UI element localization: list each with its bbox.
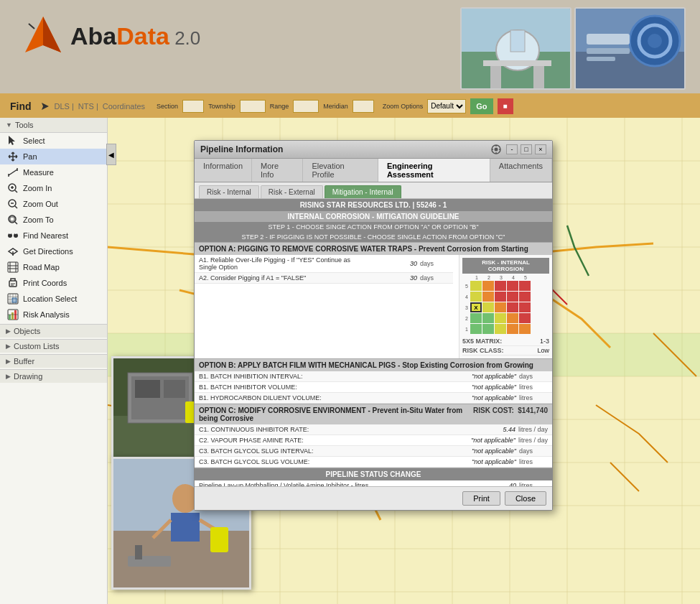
tool-road-map[interactable]: Road Map: [0, 259, 107, 275]
svg-rect-100: [210, 527, 228, 552]
option-a2-row: A2. Consider Pigging if A1 = "FALSE" 30 …: [195, 273, 453, 284]
option-b-title: OPTION B: APPLY BATCH FILM WITH MECHANIC…: [195, 358, 552, 371]
maximize-button[interactable]: □: [521, 144, 532, 154]
find-button[interactable]: Find: [6, 99, 36, 113]
tool-zoom-out[interactable]: Zoom Out: [0, 196, 107, 212]
svg-point-36: [15, 233, 17, 234]
tool-pan[interactable]: Pan: [0, 149, 107, 164]
tools-header[interactable]: ▼ Tools: [0, 118, 107, 133]
subtab-mitigation-internal[interactable]: Mitigation - Internal: [325, 185, 401, 198]
option-a-title: OPTION A: PIGGING TO REMOVE CORROSIVE WA…: [195, 242, 552, 255]
tool-get-directions[interactable]: Get Directions: [0, 243, 107, 259]
risk-analysis-icon: [7, 309, 19, 320]
svg-rect-8: [533, 62, 544, 90]
zoom-in-icon: [7, 182, 19, 194]
stop-button[interactable]: ■: [498, 98, 513, 114]
option-c3-interval-row: C3. BATCH GLYCOL SLUG INTERVAL: "not app…: [195, 446, 552, 457]
range-input[interactable]: [293, 100, 319, 113]
svg-point-14: [648, 34, 662, 48]
print-coords-icon: [7, 277, 19, 289]
risk-class-row: RISK CLASS: Low: [462, 346, 549, 356]
panel-collapse-button[interactable]: ◀: [106, 144, 116, 165]
step1-instruction: STEP 1 - CHOOSE SINGE ACTION FROM OPTION…: [195, 222, 552, 232]
custom-lists-section[interactable]: ▶ Custom Lists: [0, 339, 107, 353]
close-button[interactable]: Close: [505, 491, 546, 506]
toolbar: Find DLS | NTS | Coordinates Section Tow…: [0, 93, 700, 119]
panel-controls: - □ ×: [506, 144, 546, 154]
status-row-0: Pipeline Lay-up Mothballing / Volatile A…: [195, 480, 552, 486]
tab-information[interactable]: Information: [195, 159, 252, 182]
option-c2-row: C2. VAPOUR PHASE AMINE RATE: "not applic…: [195, 435, 552, 446]
tab-elevation-profile[interactable]: Elevation Profile: [303, 159, 378, 182]
tool-zoom-to[interactable]: Zoom To: [0, 212, 107, 228]
tool-print-coords[interactable]: Print Coords: [0, 275, 107, 291]
objects-section[interactable]: ▶ Objects: [0, 324, 107, 338]
svg-rect-16: [587, 48, 630, 54]
mitigation-header: INTERNAL CORROSION - MITIGATION GUIDELIN…: [195, 211, 552, 222]
pipeline-panel: Pipeline Information - □ × Infor: [194, 140, 553, 511]
svg-rect-102: [135, 545, 142, 559]
tool-find-nearest[interactable]: Find Nearest: [0, 228, 107, 243]
tab-more-info[interactable]: More Info: [252, 159, 303, 182]
photo-tank: [460, 7, 571, 90]
svg-rect-56: [11, 312, 14, 320]
logo-icon: [22, 13, 65, 60]
section-input[interactable]: [182, 100, 204, 113]
panel-titlebar: Pipeline Information - □ ×: [195, 141, 552, 159]
option-a1-row: A1. Reliable Over-Life Pigging - If "YES…: [195, 255, 453, 273]
minimize-button[interactable]: -: [506, 144, 518, 154]
tool-zoom-in[interactable]: Zoom In: [0, 180, 107, 196]
photo-equipment: [574, 7, 686, 90]
go-button[interactable]: Go: [470, 98, 493, 114]
risk-row-5: 5: [462, 281, 549, 291]
subtab-risk-internal[interactable]: Risk - Internal: [199, 185, 259, 198]
zoom-select[interactable]: Default: [427, 99, 466, 113]
option-b1-hydrocarbon-row: B1. HYDROCARBON DILUENT VOLUME: "not app…: [195, 393, 552, 404]
navigation-icon: [40, 101, 50, 111]
svg-rect-86: [135, 380, 160, 398]
pan-icon: [7, 151, 19, 162]
tool-location-select[interactable]: Location Select: [0, 291, 107, 307]
directions-icon: [7, 246, 19, 257]
tab-engineering-assessment[interactable]: Engineering Assessment: [378, 159, 490, 182]
tool-measure[interactable]: Measure: [0, 164, 107, 180]
svg-rect-55: [9, 315, 11, 320]
svg-rect-7: [490, 62, 501, 90]
left-panel: ▼ Tools Select Pan Measure: [0, 118, 108, 604]
meridian-input[interactable]: [353, 100, 374, 113]
svg-rect-57: [14, 310, 17, 320]
step2-instruction: STEP 2 - IF PIGGING IS NOT POSSIBLE - CH…: [195, 232, 552, 242]
tab-attachments[interactable]: Attachments: [490, 159, 552, 182]
option-b1-volume-row: B1. BATCH INHIBITOR VOLUME: "not applica…: [195, 382, 552, 393]
svg-line-31: [15, 222, 17, 224]
svg-rect-17: [587, 57, 615, 61]
tool-risk-analysis[interactable]: Risk Analysis: [0, 307, 107, 322]
risk-matrix-title: RISK - INTERNAL CORROSION: [462, 258, 549, 274]
logo-text: AbaData 2.0: [70, 22, 200, 50]
photo-strip: [460, 7, 686, 90]
svg-rect-6: [510, 30, 525, 52]
svg-marker-19: [9, 136, 15, 145]
dls-label: DLS |: [55, 102, 74, 111]
print-button[interactable]: Print: [462, 491, 500, 506]
svg-line-20: [9, 169, 17, 175]
svg-rect-15: [587, 34, 630, 45]
svg-rect-32: [10, 217, 14, 221]
close-panel-button[interactable]: ×: [535, 144, 546, 154]
svg-line-2: [29, 24, 34, 29]
township-input[interactable]: [240, 100, 266, 113]
tool-select[interactable]: Select: [0, 133, 107, 149]
zoom-to-icon: [7, 214, 19, 226]
select-icon: [7, 135, 19, 147]
option-c1-row: C1. CONTINUOUS INHIBITOR RATE: 5.44 litr…: [195, 424, 552, 435]
section-label: Section: [157, 103, 178, 110]
settings-icon: [490, 144, 502, 155]
option-b1-interval-row: B1. BATCH INHIBITION INTERVAL: "not appl…: [195, 371, 552, 382]
svg-line-28: [15, 206, 17, 208]
risk-row-1: 1: [462, 324, 549, 334]
buffer-section[interactable]: ▶ Buffer: [0, 354, 107, 368]
subtab-risk-external[interactable]: Risk - External: [261, 185, 323, 198]
drawing-section[interactable]: ▶ Drawing: [0, 369, 107, 383]
svg-line-24: [15, 190, 17, 192]
zoom-options-label: Zoom Options: [383, 103, 424, 110]
